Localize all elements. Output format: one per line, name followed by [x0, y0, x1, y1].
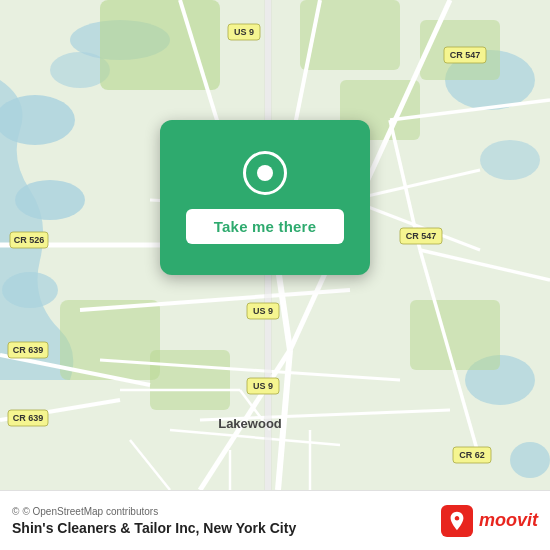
popup-card: Take me there	[160, 120, 370, 275]
svg-point-2	[15, 180, 85, 220]
attribution-label: © OpenStreetMap contributors	[22, 506, 158, 517]
moovit-logo: moovit	[441, 505, 538, 537]
svg-rect-15	[150, 350, 230, 410]
svg-rect-12	[420, 20, 500, 80]
bottom-left-info: © © OpenStreetMap contributors Shin's Cl…	[12, 506, 296, 536]
copyright-icon: ©	[12, 506, 19, 517]
svg-rect-16	[410, 300, 500, 370]
svg-point-7	[510, 442, 550, 478]
location-pin-icon	[243, 151, 287, 195]
moovit-icon	[441, 505, 473, 537]
attribution-text: © © OpenStreetMap contributors	[12, 506, 296, 517]
svg-point-5	[480, 140, 540, 180]
place-name-label: Shin's Cleaners & Tailor Inc, New York C…	[12, 520, 296, 536]
svg-point-3	[2, 272, 58, 308]
map-container: US 9 CR 547 CR 547 US 9 US 9 CR 526 CR 6…	[0, 0, 550, 490]
pin-inner	[257, 165, 273, 181]
take-me-there-button[interactable]: Take me there	[186, 209, 344, 244]
bottom-bar: © © OpenStreetMap contributors Shin's Cl…	[0, 490, 550, 550]
moovit-text-label: moovit	[479, 510, 538, 531]
